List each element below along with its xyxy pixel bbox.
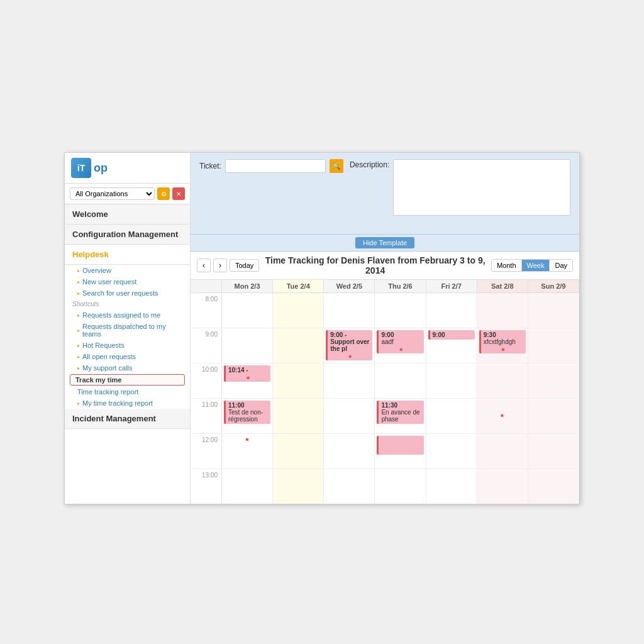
bullet-icon: ▸ [77,328,80,333]
cal-nav: ‹ › Today [197,258,259,272]
cal-time-header [191,280,222,292]
event-block[interactable]: 9:30 xfcxtfghdgh ■ [479,330,526,353]
cal-cell-sun-1100[interactable] [528,399,579,433]
cal-cell-sun-900[interactable] [528,328,579,363]
nav-all-open-requests[interactable]: ▸ All open requests [65,351,190,362]
logo-text: op [94,162,108,175]
cal-cell-wed-1100[interactable] [324,399,375,433]
cal-cell-sun-1200[interactable] [528,434,579,469]
cal-cell-thu-1000[interactable] [375,364,426,398]
event-block[interactable]: 11:30 En avance de phase [377,401,423,424]
nav-overview[interactable]: ▸ Overview [65,265,190,276]
nav-welcome[interactable]: Welcome [65,204,190,225]
cal-cell-sat-900[interactable]: 9:30 xfcxtfghdgh ■ [477,328,528,363]
cal-today-button[interactable]: Today [230,259,259,272]
nav-track-my-time[interactable]: Track my time [70,374,185,386]
nav-section-welcome: Welcome [65,204,190,225]
cal-cell-sat-1100[interactable]: ■ [477,399,528,433]
cal-next-button[interactable]: › [213,258,227,272]
cal-cell-sun-1300[interactable] [528,469,579,504]
org-action-button[interactable]: ✕ [172,187,185,200]
view-month-button[interactable]: Month [492,260,522,271]
cal-cell-wed-1200[interactable] [324,434,375,469]
table-row: 12:00 ■ [191,434,579,469]
nav-my-time-tracking-report[interactable]: ▸ My time tracking report [65,397,190,409]
event-block[interactable]: 10:14 - ■ [224,365,270,382]
event-block[interactable]: 9:00 aadf ■ [377,330,423,353]
cal-cell-tue-1300[interactable] [273,469,324,504]
nav-new-user-request[interactable]: ▸ New user request [65,276,190,287]
cal-cell-wed-800[interactable] [324,293,375,328]
cal-cell-fri-1100[interactable] [426,399,477,433]
ticket-input[interactable] [225,159,326,173]
sidebar-logo: iT op [65,153,190,184]
table-row: 13:00 [191,469,579,504]
event-dot: ■ [479,413,526,418]
cal-cell-fri-1000[interactable] [426,364,477,398]
cal-cell-mon-900[interactable] [222,328,273,363]
cal-cell-sat-800[interactable] [477,293,528,328]
nav-requests-dispatched[interactable]: ▸ Requests dispatched to my teams [65,321,190,340]
calendar-header: ‹ › Today Time Tracking for Denis Flaven… [191,252,579,280]
bullet-icon: ▸ [77,343,80,348]
nav-requests-assigned[interactable]: ▸ Requests assigned to me [65,309,190,321]
cal-cell-mon-1300[interactable] [222,469,273,504]
cal-cell-wed-1300[interactable] [324,469,375,504]
nav-my-support-calls[interactable]: ▸ My support calls [65,362,190,374]
event-dot: ■ [381,347,421,352]
cal-cell-thu-800[interactable] [375,293,426,328]
nav-incident[interactable]: Incident Management [65,409,190,429]
hide-template-button[interactable]: Hide Template [355,237,414,248]
table-row: 8:00 [191,293,579,328]
bullet-icon: ▸ [77,365,80,371]
cal-cell-sat-1300[interactable] [477,469,528,504]
cal-cell-thu-1200[interactable] [375,434,426,469]
cal-cell-thu-1100[interactable]: 11:30 En avance de phase [375,399,426,433]
description-textarea[interactable] [393,159,570,216]
time-label-1300: 13:00 [191,469,222,504]
nav-search-user-requests[interactable]: ▸ Search for user requests [65,287,190,299]
cal-day-wed: Wed 2/5 [324,280,375,292]
cal-cell-sat-1200[interactable] [477,434,528,469]
bullet-icon: ▸ [77,313,80,318]
bullet-icon: ▸ [77,354,80,360]
cal-cell-wed-1000[interactable] [324,364,375,398]
cal-cell-wed-900[interactable]: 9:00 - Support over the pl ■ [324,328,375,363]
cal-cell-thu-900[interactable]: 9:00 aadf ■ [375,328,426,363]
table-row: 11:00 11:00 Test de non-régression 11:30… [191,399,579,434]
cal-cell-fri-900[interactable]: 9:00 [426,328,477,363]
bullet-icon: ▸ [77,401,80,406]
nav-hot-requests[interactable]: ▸ Hot Requests [65,340,190,351]
view-week-button[interactable]: Week [522,260,550,271]
cal-cell-sun-1000[interactable] [528,364,579,398]
cal-cell-mon-1000[interactable]: 10:14 - ■ [222,364,273,398]
cal-cell-thu-1300[interactable] [375,469,426,504]
cal-cell-tue-1000[interactable] [273,364,324,398]
cal-cell-tue-800[interactable] [273,293,324,328]
cal-cell-tue-1100[interactable] [273,399,324,433]
cal-cell-mon-1200[interactable]: ■ [222,434,273,469]
cal-cell-sat-1000[interactable] [477,364,528,398]
event-block[interactable]: 11:00 Test de non-régression [224,401,270,424]
event-time: 9:30 [484,331,523,338]
nav-config[interactable]: Configuration Management [65,225,190,245]
org-settings-button[interactable]: ⚙ [157,187,170,200]
cal-cell-mon-1100[interactable]: 11:00 Test de non-régression [222,399,273,433]
cal-cell-sun-800[interactable] [528,293,579,328]
event-block[interactable]: 9:00 [428,330,475,340]
view-day-button[interactable]: Day [550,260,572,271]
logo-icon: iT [71,158,91,178]
org-select[interactable]: All Organizations [70,187,155,200]
cal-cell-fri-800[interactable] [426,293,477,328]
cal-prev-button[interactable]: ‹ [197,258,211,272]
cal-cell-tue-900[interactable] [273,328,324,363]
cal-cell-mon-800[interactable] [222,293,273,328]
nav-helpdesk[interactable]: Helpdesk [65,245,190,265]
cal-cell-fri-1300[interactable] [426,469,477,504]
view-buttons: Month Week Day [491,259,573,272]
nav-time-tracking-report[interactable]: Time tracking report [65,386,190,397]
event-block[interactable]: 9:00 - Support over the pl ■ [326,330,372,360]
cal-cell-tue-1200[interactable] [273,434,324,469]
ticket-search-button[interactable]: 🔍 [330,159,343,173]
cal-cell-fri-1200[interactable] [426,434,477,469]
